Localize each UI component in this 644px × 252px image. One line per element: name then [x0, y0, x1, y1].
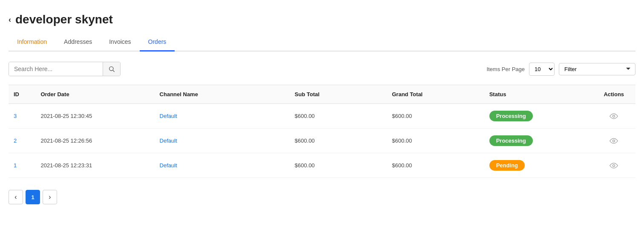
right-controls: Items Per Page 10 25 50 100 Filter: [486, 63, 635, 76]
channel-name-link[interactable]: Default: [160, 137, 177, 144]
table-header-row: ID Order Date Channel Name Sub Total Gra…: [9, 85, 635, 104]
channel-name-link[interactable]: Default: [160, 113, 177, 119]
orders-table: ID Order Date Channel Name Sub Total Gra…: [9, 85, 635, 178]
col-header-status: Status: [484, 85, 592, 104]
svg-point-4: [613, 164, 615, 166]
items-per-page-label: Items Per Page: [486, 66, 525, 72]
view-order-button[interactable]: [610, 112, 618, 120]
cell-order-date: 2021-08-25 12:23:31: [35, 153, 154, 178]
cell-status: Processing: [484, 129, 592, 153]
channel-name-link[interactable]: Default: [160, 162, 177, 169]
cell-actions: [592, 153, 635, 178]
back-arrow-icon[interactable]: ‹: [9, 15, 11, 24]
table-row: 3 2021-08-25 12:30:45 Default $600.00 $6…: [9, 104, 635, 129]
col-header-order-date: Order Date: [35, 85, 154, 104]
search-button[interactable]: [103, 62, 120, 76]
cell-order-date: 2021-08-25 12:30:45: [35, 104, 154, 129]
back-nav[interactable]: ‹ developer skynet: [9, 13, 635, 26]
tab-invoices[interactable]: Invoices: [101, 33, 139, 52]
next-arrow-icon: ›: [49, 193, 51, 201]
search-wrapper: [9, 62, 121, 76]
col-header-channel-name: Channel Name: [155, 85, 290, 104]
cell-status: Processing: [484, 104, 592, 129]
search-input[interactable]: [9, 62, 103, 76]
filter-wrapper: Filter: [559, 63, 635, 75]
order-id-link[interactable]: 3: [14, 113, 17, 119]
tab-addresses[interactable]: Addresses: [55, 33, 101, 52]
pagination-next-button[interactable]: ›: [43, 190, 57, 204]
tab-orders[interactable]: Orders: [140, 33, 175, 52]
order-id-link[interactable]: 2: [14, 137, 17, 144]
cell-channel-name: Default: [155, 129, 290, 153]
col-header-sub-total: Sub Total: [290, 85, 387, 104]
cell-grand-total: $600.00: [387, 129, 484, 153]
view-order-button[interactable]: [610, 137, 618, 145]
cell-actions: [592, 129, 635, 153]
cell-channel-name: Default: [155, 104, 290, 129]
svg-line-1: [113, 70, 115, 72]
table-row: 2 2021-08-25 12:26:56 Default $600.00 $6…: [9, 129, 635, 153]
cell-order-date: 2021-08-25 12:26:56: [35, 129, 154, 153]
col-header-actions: Actions: [592, 85, 635, 104]
tab-information[interactable]: Information: [9, 33, 55, 52]
pagination-page-1-button[interactable]: 1: [26, 190, 40, 204]
svg-point-2: [613, 115, 615, 117]
status-badge: Processing: [489, 135, 533, 146]
search-icon: [108, 66, 115, 72]
cell-sub-total: $600.00: [290, 129, 387, 153]
order-id-link[interactable]: 1: [14, 162, 17, 169]
eye-icon: [610, 112, 618, 120]
svg-point-3: [613, 140, 615, 142]
status-badge: Processing: [489, 111, 533, 121]
eye-icon: [610, 137, 618, 145]
eye-icon: [610, 161, 618, 170]
table-row: 1 2021-08-25 12:23:31 Default $600.00 $6…: [9, 153, 635, 178]
cell-sub-total: $600.00: [290, 153, 387, 178]
cell-grand-total: $600.00: [387, 104, 484, 129]
page-title: developer skynet: [15, 13, 113, 26]
toolbar: Items Per Page 10 25 50 100 Filter: [9, 62, 635, 76]
col-header-grand-total: Grand Total: [387, 85, 484, 104]
pagination: ‹ 1 ›: [9, 190, 635, 204]
cell-id: 2: [9, 129, 35, 153]
cell-id: 1: [9, 153, 35, 178]
cell-actions: [592, 104, 635, 129]
filter-select[interactable]: Filter: [559, 63, 635, 75]
cell-id: 3: [9, 104, 35, 129]
status-badge: Pending: [489, 160, 525, 171]
cell-status: Pending: [484, 153, 592, 178]
tabs-container: Information Addresses Invoices Orders: [9, 33, 635, 52]
view-order-button[interactable]: [610, 161, 618, 170]
svg-point-0: [109, 67, 113, 71]
pagination-prev-button[interactable]: ‹: [9, 190, 23, 204]
col-header-id: ID: [9, 85, 35, 104]
cell-channel-name: Default: [155, 153, 290, 178]
items-per-page-select[interactable]: 10 25 50 100: [529, 63, 555, 76]
cell-sub-total: $600.00: [290, 104, 387, 129]
cell-grand-total: $600.00: [387, 153, 484, 178]
prev-arrow-icon: ‹: [14, 193, 17, 201]
